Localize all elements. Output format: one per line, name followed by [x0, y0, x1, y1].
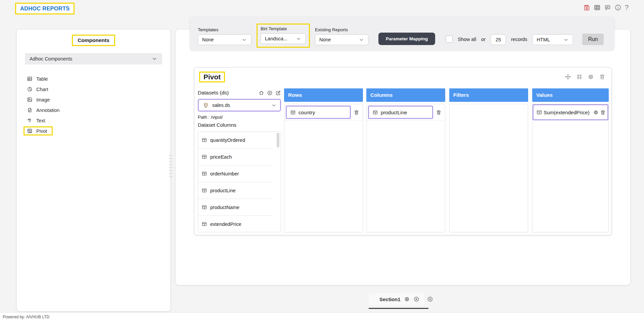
section-settings-icon[interactable] [404, 296, 410, 302]
powered-by-text: Powered by: AIVHUB LTD [3, 315, 49, 319]
rows-chip-row: country [284, 104, 363, 121]
columns-dropzone[interactable]: productLine [366, 104, 445, 232]
sidebar-item-table[interactable]: Table [27, 74, 170, 84]
remove-value-field-icon[interactable] [600, 110, 606, 115]
dataset-column-label: quantityOrdered [210, 137, 245, 143]
pivot-item-highlight: Pivot [24, 126, 53, 135]
table-cells-icon [536, 109, 542, 115]
dataset-column-productName[interactable]: productName [198, 199, 273, 216]
value-settings-icon[interactable] [593, 110, 599, 115]
existing-reports-select[interactable]: None [315, 34, 369, 45]
chip-label: productLine [381, 110, 407, 115]
collapse-widget-icon[interactable] [576, 74, 583, 80]
adhoc-components-dropdown[interactable]: Adhoc Components [25, 53, 162, 65]
image-icon [27, 97, 33, 103]
records-count-input[interactable] [491, 34, 506, 45]
pivot-widget-actions [565, 74, 605, 80]
report-canvas: Pivot Datasets (ds) [176, 30, 630, 285]
columns-chip-productLine[interactable]: productLine [368, 106, 433, 119]
columns-header: Columns [366, 88, 445, 102]
values-header: Values [532, 88, 609, 102]
sidebar-item-annotation[interactable]: Annotation [27, 105, 170, 115]
help-icon[interactable]: ? [625, 4, 629, 11]
app-title: ADHOC REPORTS [15, 3, 75, 14]
show-all-label: Show all [458, 37, 476, 42]
chevron-down-icon [296, 36, 302, 42]
save-icon[interactable] [583, 4, 590, 11]
birt-template-label: Birt Template [261, 26, 306, 31]
sidebar-item-chart[interactable]: Chart [27, 84, 170, 94]
section-tab-section1[interactable]: Section1 [369, 293, 424, 305]
filters-dropzone[interactable] [449, 104, 528, 232]
header-icon-bar: ? [583, 4, 629, 11]
add-section-icon[interactable] [427, 296, 433, 302]
active-tab-underline [369, 308, 428, 309]
existing-reports-select-value: None [319, 37, 331, 42]
report-grid-icon[interactable] [594, 4, 601, 11]
chevron-down-icon [151, 56, 157, 62]
dataset-select[interactable]: sales.ds [198, 99, 281, 112]
rows-dropzone[interactable]: country [284, 104, 363, 232]
edit-dataset-icon[interactable] [275, 90, 281, 96]
components-panel-title: Components [72, 35, 115, 46]
dataset-column-label: extendedPrice [210, 222, 241, 227]
dataset-select-value: sales.ds [212, 103, 268, 108]
add-dataset-icon[interactable] [267, 90, 273, 96]
table-cells-icon [201, 188, 207, 193]
component-list: Table Chart Image Annotation Text Pivot [17, 74, 170, 136]
datasets-label: Datasets (ds) [198, 90, 229, 96]
values-chip-sum-extendedPrice[interactable]: Sum(extendedPrice) [533, 104, 608, 120]
remove-row-field-icon[interactable] [354, 110, 359, 115]
dataset-column-label: orderNumber [210, 171, 239, 176]
dataset-column-label: productLine [210, 188, 236, 193]
dataset-columns-label: Dataset Columns [198, 122, 281, 128]
info-icon[interactable] [614, 4, 622, 11]
parameter-mapping-button[interactable]: Parameter Mapping [378, 33, 435, 45]
birt-template-select[interactable]: Landsca... [261, 33, 306, 44]
dataset-column-quantityOrdered[interactable]: quantityOrdered [198, 132, 273, 149]
home-icon[interactable] [259, 90, 264, 96]
sidebar-item-label: Annotation [36, 108, 59, 113]
values-dropzone[interactable]: Sum(extendedPrice) [532, 104, 609, 232]
templates-select[interactable]: None [198, 34, 251, 45]
remove-column-field-icon[interactable] [436, 110, 442, 115]
section-tab-bar: Section1 [369, 293, 433, 309]
chip-label: Sum(extendedPrice) [544, 110, 592, 115]
app-footer: Powered by: AIVHUB LTD [0, 312, 644, 321]
output-format-select[interactable]: HTML [532, 34, 573, 45]
table-cells-icon [201, 204, 207, 210]
birt-template-highlight: Birt Template Landsca... [257, 24, 310, 48]
report-toolbar: Templates None Birt Template Landsca... … [190, 17, 614, 50]
panel-resize-handle[interactable] [169, 154, 173, 179]
birt-template-select-value: Landsca... [265, 36, 287, 41]
sidebar-item-label: Chart [36, 87, 48, 92]
text-icon [27, 118, 33, 123]
show-all-checkbox[interactable] [446, 36, 453, 43]
sidebar-item-image[interactable]: Image [27, 94, 170, 105]
dataset-column-priceEach[interactable]: priceEach [198, 149, 273, 165]
table-cells-icon [201, 154, 207, 160]
widget-settings-icon[interactable] [588, 74, 594, 80]
run-button[interactable]: Run [582, 34, 603, 45]
sidebar-item-text[interactable]: Text [27, 115, 170, 126]
sidebar-item-pivot[interactable]: Pivot [27, 126, 170, 136]
pivot-area-values: Values Sum(extendedPrice) [532, 88, 609, 232]
section-close-icon[interactable] [413, 296, 419, 302]
table-cells-icon [372, 110, 378, 115]
comment-icon[interactable] [604, 4, 611, 11]
sidebar-item-label: Pivot [36, 128, 47, 134]
delete-widget-icon[interactable] [599, 74, 605, 80]
dataset-column-productLine[interactable]: productLine [198, 182, 273, 199]
rows-chip-country[interactable]: country [286, 106, 351, 119]
records-label: records [511, 37, 527, 42]
dataset-column-orderNumber[interactable]: orderNumber [198, 165, 273, 182]
table-cells-icon [201, 171, 207, 176]
section-tab-label: Section1 [379, 296, 401, 302]
move-widget-icon[interactable] [565, 74, 571, 80]
pivot-widget-title: Pivot [199, 72, 225, 82]
chevron-down-icon [359, 37, 364, 43]
chart-icon [27, 86, 33, 92]
dataset-column-extendedPrice[interactable]: extendedPrice [198, 216, 273, 232]
dataset-list-scrollbar[interactable] [277, 133, 279, 148]
chip-label: country [298, 110, 315, 115]
